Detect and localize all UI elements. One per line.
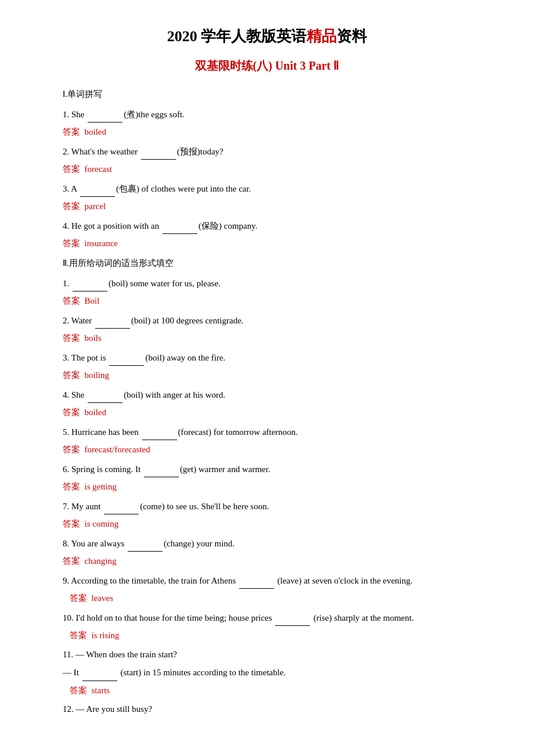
qii7-after: (come) to see us. She'll be here soon. xyxy=(140,502,269,511)
answer-label-i-3: 答案 xyxy=(63,201,80,211)
answer-label-i-4: 答案 xyxy=(63,239,80,248)
q4-after: (保险) company. xyxy=(199,221,258,231)
qii6-after: (get) warmer and warmer. xyxy=(180,465,270,474)
answer-label-ii-5: 答案 xyxy=(63,445,80,454)
qii10-after: (rise) sharply at the moment. xyxy=(311,613,414,622)
qii2-blank xyxy=(95,312,130,329)
question-i-1: 1. She (煮)the eggs soft. xyxy=(63,106,488,123)
q2-text: 2. What's the weather xyxy=(63,147,140,156)
question-ii-6: 6. Spring is coming. It (get) warmer and… xyxy=(63,460,488,478)
question-ii-3: 3. The pot is (boil) away on the fire. xyxy=(63,349,488,366)
question-ii-9: 9. According to the timetable, the train… xyxy=(63,572,488,589)
question-ii-10: 10. I'd hold on to that house for the ti… xyxy=(63,609,488,627)
qii6-text: 6. Spring is coming. It xyxy=(63,465,143,474)
answer-label-ii-1: 答案 xyxy=(63,296,80,305)
qii10-text: 10. I'd hold on to that house for the ti… xyxy=(63,613,274,622)
answer-label-ii-8: 答案 xyxy=(63,556,80,566)
answer-ii-8: 答案 changing xyxy=(63,553,488,570)
qii3-blank xyxy=(109,349,144,366)
qii11-blank xyxy=(82,664,117,681)
title-text-resource: 资料 xyxy=(337,28,367,45)
answer-i-3: 答案 parcel xyxy=(63,198,488,215)
q2-blank xyxy=(141,143,176,160)
q1-blank xyxy=(88,106,122,123)
question-i-3: 3. A (包裹) of clothes were put into the c… xyxy=(63,180,488,197)
qii11-after: (start) in 15 minutes according to the t… xyxy=(118,668,286,677)
section-i-header: Ⅰ.单词拼写 xyxy=(63,87,488,102)
q4-text: 4. He got a position with an xyxy=(63,221,161,231)
question-ii-5: 5. Hurricane has been (forecast) for tom… xyxy=(63,423,488,441)
q3-after: (包裹) of clothes were put into the car. xyxy=(116,184,251,193)
answer-label-ii-11: 答案 xyxy=(70,686,87,695)
question-i-2: 2. What's the weather (预报)today? xyxy=(63,143,488,160)
qii9-blank xyxy=(239,572,274,589)
answer-label-ii-2: 答案 xyxy=(63,333,80,343)
qii3-after: (boil) away on the fire. xyxy=(145,353,225,362)
title-text-2020: 2020 学年人教版英语 xyxy=(167,28,307,45)
answer-label-ii-9: 答案 xyxy=(70,593,87,603)
qii8-text: 8. You are always xyxy=(63,539,127,548)
q1-num: 1. She xyxy=(63,110,86,119)
qii2-text: 2. Water xyxy=(63,316,94,325)
qii9-text: 9. According to the timetable, the train… xyxy=(63,576,238,585)
section-ii-header: Ⅱ.用所给动词的适当形式填空 xyxy=(63,255,488,271)
qii4-blank xyxy=(88,386,122,404)
answer-label-ii-6: 答案 xyxy=(63,482,80,491)
answer-i-1: 答案 boiled xyxy=(63,124,488,141)
qii4-after: (boil) with anger at his word. xyxy=(124,390,225,399)
question-ii-4: 4. She (boil) with anger at his word. xyxy=(63,386,488,404)
answer-label-ii-7: 答案 xyxy=(63,519,80,528)
q3-text: 3. A xyxy=(63,184,79,193)
qii2-after: (boil) at 100 degrees centigrade. xyxy=(131,316,244,325)
q3-blank xyxy=(80,180,115,197)
answer-label-ii-3: 答案 xyxy=(63,370,80,380)
qii7-text: 7. My aunt xyxy=(63,502,103,511)
sub-title: 双基限时练(八) Unit 3 Part Ⅱ xyxy=(46,55,488,76)
qii5-blank xyxy=(142,423,177,441)
answer-ii-9: 答案 leaves xyxy=(70,590,488,607)
qii1-after: (boil) some water for us, please. xyxy=(109,279,221,288)
question-ii-11a: 11. — When does the train start? xyxy=(63,646,488,663)
qii8-after: (change) your mind. xyxy=(164,539,234,548)
qii11-text1: 11. — When does the train start? xyxy=(63,650,177,659)
answer-i-4: 答案 insurance xyxy=(63,235,488,252)
qii7-blank xyxy=(104,498,139,515)
answer-ii-5: 答案 forecast/forecasted xyxy=(63,441,488,458)
qii4-text: 4. She xyxy=(63,390,86,399)
q1-after: (煮)the eggs soft. xyxy=(124,110,185,119)
answer-label-ii-10: 答案 xyxy=(70,631,87,640)
section-ii: Ⅱ.用所给动词的适当形式填空 1. (boil) some water for … xyxy=(46,255,488,718)
qii12-text: 12. — Are you still busy? xyxy=(63,704,152,714)
title-highlight: 精品 xyxy=(306,28,337,45)
answer-i-2: 答案 forecast xyxy=(63,161,488,178)
answer-ii-7: 答案 is coming xyxy=(63,516,488,532)
qii10-blank xyxy=(275,609,310,627)
answer-ii-11: 答案 starts xyxy=(70,682,488,699)
question-i-4: 4. He got a position with an (保险) compan… xyxy=(63,217,488,235)
answer-label-ii-4: 答案 xyxy=(63,408,80,417)
question-ii-7: 7. My aunt (come) to see us. She'll be h… xyxy=(63,498,488,515)
answer-label-i-2: 答案 xyxy=(63,164,80,174)
answer-ii-4: 答案 boiled xyxy=(63,404,488,421)
answer-ii-2: 答案 boils xyxy=(63,330,488,347)
q2-after: (预报)today? xyxy=(177,147,223,156)
question-ii-8: 8. You are always (change) your mind. xyxy=(63,535,488,552)
question-ii-1: 1. (boil) some water for us, please. xyxy=(63,275,488,292)
qii6-blank xyxy=(144,460,179,478)
question-ii-2: 2. Water (boil) at 100 degrees centigrad… xyxy=(63,312,488,329)
answer-ii-1: 答案 Boil xyxy=(63,293,488,309)
answer-ii-6: 答案 is getting xyxy=(63,478,488,495)
qii5-after: (forecast) for tomorrow afternoon. xyxy=(178,427,298,437)
qii9-after: (leave) at seven o'clock in the evening. xyxy=(275,576,413,585)
answer-label-i-1: 答案 xyxy=(63,127,80,136)
answer-ii-3: 答案 boiling xyxy=(63,367,488,384)
question-ii-11b: — It (start) in 15 minutes according to … xyxy=(63,664,488,681)
qii3-text: 3. The pot is xyxy=(63,353,108,362)
qii1-blank xyxy=(73,275,107,292)
q4-blank xyxy=(163,217,197,235)
qii8-blank xyxy=(128,535,163,552)
qii11-text2: — It xyxy=(63,668,81,677)
section-i: Ⅰ.单词拼写 1. She (煮)the eggs soft. 答案 boile… xyxy=(46,87,488,252)
main-title: 2020 学年人教版英语精品资料 双基限时练(八) Unit 3 Part Ⅱ xyxy=(46,23,488,76)
question-ii-12: 12. — Are you still busy? xyxy=(63,701,488,718)
